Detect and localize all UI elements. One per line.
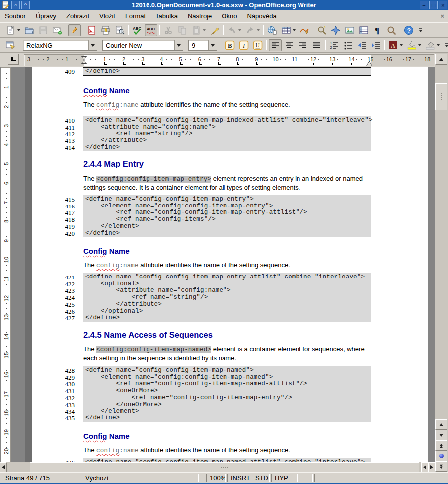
scroll-left-button[interactable] [0, 462, 7, 472]
background-color-dropdown-arrow[interactable] [437, 44, 440, 46]
menu-okno[interactable]: Okno [217, 11, 242, 21]
scroll-right-button[interactable] [428, 462, 435, 472]
print-file-directly-button[interactable] [99, 24, 112, 36]
increase-indent-button[interactable] [370, 39, 382, 51]
zoom-button[interactable] [385, 24, 398, 36]
tab-stop-marker[interactable] [142, 62, 145, 65]
paragraph-style-dropdown[interactable] [88, 40, 97, 50]
edit-file-button[interactable] [68, 24, 81, 36]
find-replace-button[interactable] [315, 24, 328, 36]
menu-upravy[interactable]: Úpravy [31, 11, 61, 21]
hyperlink-button[interactable] [266, 24, 279, 36]
spellcheck-button[interactable]: ABC [131, 24, 144, 36]
gallery-button[interactable] [343, 24, 356, 36]
menu-zobrazit[interactable]: Zobrazit [61, 11, 94, 21]
autospellcheck-button[interactable]: ABC [145, 24, 157, 36]
italic-button[interactable]: I [237, 39, 250, 51]
new-document-button[interactable] [4, 24, 22, 36]
paste-button[interactable] [190, 24, 207, 36]
maximize-button[interactable]: □ [429, 1, 438, 9]
code-block[interactable]: 415416417418419420<define name="config-c… [83, 195, 371, 237]
status-selection-mode[interactable]: STD [252, 474, 270, 482]
status-zoom-level[interactable]: 100% [206, 474, 226, 482]
scroll-left-button-2[interactable] [421, 462, 428, 472]
align-left-button[interactable] [269, 39, 282, 51]
tab-stop-marker[interactable] [104, 62, 107, 65]
prose-section[interactable]: Config NameThe config:name attribute ide… [83, 76, 371, 116]
code-block[interactable]: 428429430431432433434435<define name="co… [83, 366, 371, 422]
paragraph-style-combo[interactable]: RelaxNG [23, 40, 97, 51]
export-as-pdf-button[interactable] [85, 24, 98, 36]
scroll-up-button[interactable] [435, 54, 447, 65]
minimize-button[interactable]: − [420, 1, 428, 9]
code-block[interactable]: 409</define> [83, 67, 371, 76]
horizontal-scrollbar[interactable] [0, 462, 435, 472]
insert-table-dropdown-arrow[interactable] [293, 29, 296, 31]
vertical-ruler[interactable]: 1234567891011121314151617181920 [1, 67, 11, 462]
code-block[interactable]: 421422423424425426427<define name="confi… [83, 273, 371, 322]
prose-section[interactable]: 2.4.5 Name Access of SequencesThe <confi… [83, 322, 371, 366]
font-name-dropdown[interactable] [174, 40, 183, 50]
copy-button[interactable] [176, 24, 189, 36]
paragraph-style-value[interactable]: RelaxNG [23, 40, 88, 50]
menu-soubor[interactable]: Soubor [0, 11, 31, 21]
font-size-value[interactable]: 9 [189, 40, 208, 50]
prose-section[interactable]: Config NameThe config:name attribute ide… [83, 237, 371, 273]
status-signature-field[interactable] [299, 474, 313, 482]
close-button[interactable]: × [439, 1, 447, 9]
page-preview-button[interactable] [113, 24, 126, 36]
menu-tabulka[interactable]: Tabulka [150, 11, 183, 21]
insert-table-button[interactable] [280, 24, 297, 36]
status-modified-flag[interactable] [291, 474, 298, 482]
status-page-indicator[interactable]: Strana 49 / 715 [2, 474, 80, 482]
tab-stop-marker[interactable] [123, 62, 126, 65]
font-color-dropdown-arrow[interactable] [400, 44, 403, 46]
navigation-button[interactable] [435, 451, 447, 461]
next-page-button[interactable] [435, 461, 447, 472]
align-right-button[interactable] [297, 39, 309, 51]
underline-button[interactable]: U [251, 39, 264, 51]
document-close-icon[interactable]: × [440, 12, 444, 20]
font-color-button[interactable]: A [387, 39, 404, 51]
bullet-list-button[interactable] [342, 39, 355, 51]
vertical-scrollbar[interactable] [435, 53, 448, 472]
tab-stop-marker[interactable] [237, 62, 239, 65]
prose-section[interactable]: Config NameThe config:name attribute ide… [83, 422, 371, 458]
tab-stop-marker[interactable] [218, 62, 221, 65]
justified-button[interactable] [310, 39, 323, 51]
document-as-email-button[interactable] [51, 24, 64, 36]
bold-button[interactable]: B [224, 39, 236, 51]
paste-dropdown-arrow[interactable] [203, 29, 206, 31]
font-name-combo[interactable]: Courier New [102, 40, 183, 51]
document-page[interactable]: 409</define>Config NameThe config:name a… [32, 67, 428, 462]
toolbar1-overflow-button[interactable] [419, 28, 422, 32]
font-name-value[interactable]: Courier New [103, 40, 174, 50]
status-page-style[interactable]: Výchozí [82, 474, 199, 482]
open-button[interactable] [23, 24, 36, 36]
redo-button[interactable] [244, 24, 261, 36]
scroll-down-button[interactable] [435, 430, 447, 440]
code-block[interactable]: 410411412413414<define name="config-conf… [83, 116, 371, 151]
format-paintbrush-button[interactable] [208, 24, 221, 36]
code-block[interactable]: 436<define name="config-config-item-map-… [83, 458, 371, 462]
save-button[interactable] [37, 24, 50, 36]
highlighting-button[interactable] [405, 39, 423, 51]
prose-section[interactable]: 2.4.4 Map EntryThe <config:config-item-m… [83, 151, 371, 195]
tab-stop-marker[interactable] [199, 62, 202, 65]
draw-functions-button[interactable] [298, 24, 311, 36]
align-center-button[interactable] [283, 39, 296, 51]
tab-stop-marker[interactable] [161, 62, 163, 65]
status-context-field[interactable] [314, 474, 446, 482]
horizontal-scroll-thumb[interactable] [30, 462, 419, 472]
styles-window-button[interactable] [4, 39, 17, 51]
menu-format[interactable]: Formát [120, 11, 150, 21]
redo-dropdown-arrow[interactable] [257, 29, 260, 31]
tab-stop-marker[interactable] [180, 62, 183, 65]
navigator-button[interactable] [329, 24, 342, 36]
vertical-scroll-thumb[interactable] [435, 83, 447, 110]
undo-button[interactable] [225, 24, 243, 36]
font-size-combo[interactable]: 9 [188, 40, 217, 51]
previous-page-button[interactable] [435, 440, 447, 451]
data-sources-button[interactable] [357, 24, 370, 36]
menu-vlozit[interactable]: Vložit [94, 11, 120, 21]
